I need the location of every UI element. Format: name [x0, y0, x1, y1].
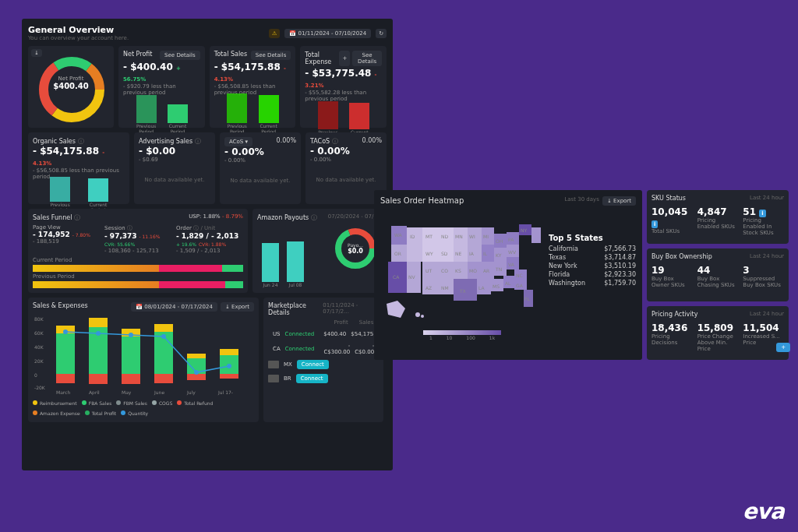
svg-text:MI: MI — [483, 234, 489, 239]
svg-rect-23 — [154, 324, 173, 332]
svg-text:MN: MN — [455, 234, 463, 239]
svg-text:LA: LA — [478, 285, 485, 291]
svg-text:ID: ID — [410, 234, 415, 239]
svg-text:AR: AR — [483, 268, 489, 273]
chevron-down-icon: ▾ — [245, 139, 249, 145]
svg-text:-20K: -20K — [34, 385, 46, 390]
svg-text:NE: NE — [455, 251, 461, 256]
svg-text:Jul 17-: Jul 17- — [217, 389, 233, 396]
see-details-button[interactable]: See Details — [352, 51, 382, 66]
info-icon[interactable]: ⓘ — [74, 214, 80, 221]
svg-text:WA: WA — [394, 232, 403, 238]
svg-text:WI: WI — [469, 234, 475, 239]
svg-text:40K: 40K — [34, 344, 44, 350]
svg-text:PA: PA — [508, 237, 514, 242]
info-icon[interactable]: ⓘ — [311, 214, 317, 221]
organic-sales-card: Organic Sales ⓘ - $54,175.88 - 4.13% - $… — [28, 132, 129, 204]
amazon-payouts-card: Amazon Payouts ⓘ 07/20/2024 - 07/... Jun… — [252, 209, 383, 293]
sales-expenses-card: Sales & Expenses 📅 08/01/2024 - 07/17/20… — [28, 298, 259, 422]
gauge-label: Net Profit — [28, 76, 114, 82]
sales-expenses-chart: 80K60K40K20K0-20K Amount MarchAprilMayJu… — [33, 312, 254, 397]
dashboard-panel: General Overview You can overview your a… — [22, 19, 393, 470]
svg-text:July: July — [186, 389, 196, 396]
svg-text:CO: CO — [441, 268, 448, 273]
svg-text:May: May — [122, 389, 132, 396]
flag-icon — [268, 361, 279, 368]
page-subtitle: You can overview your account here. — [28, 35, 129, 41]
svg-text:WV: WV — [508, 249, 517, 255]
export-button[interactable]: ⤓ Export — [221, 302, 254, 312]
info-icon[interactable]: ⓘ — [193, 225, 199, 231]
see-details-button[interactable]: See Details — [251, 51, 291, 60]
info-icon[interactable]: ⓘ — [195, 138, 201, 145]
svg-text:April: April — [89, 389, 100, 396]
calendar-icon: 📅 — [136, 304, 143, 310]
flag-icon — [268, 375, 279, 382]
connect-button[interactable]: Connect — [296, 374, 328, 383]
svg-text:WY: WY — [425, 251, 433, 256]
see-details-button[interactable]: See Details — [160, 51, 200, 60]
usa-map[interactable]: WA OR CA NV ID MT WY UT AZ ND SD CO NM M… — [380, 210, 544, 327]
svg-rect-30 — [220, 374, 238, 379]
brand-logo: eva — [743, 499, 784, 524]
svg-text:80K: 80K — [34, 316, 44, 322]
svg-text:GA: GA — [516, 283, 524, 288]
status-badge: Connected — [285, 346, 315, 352]
svg-text:60K: 60K — [34, 330, 44, 336]
page-title: General Overview — [28, 25, 129, 35]
calendar-icon: 📅 — [289, 30, 296, 37]
svg-text:March: March — [56, 389, 70, 395]
connect-button[interactable]: Connect — [297, 360, 329, 369]
plus-button[interactable]: + — [339, 51, 350, 66]
panel-header: General Overview You can overview your a… — [28, 25, 387, 41]
svg-rect-26 — [187, 354, 206, 358]
svg-rect-17 — [89, 318, 108, 327]
svg-text:KS: KS — [455, 268, 461, 273]
sales-funnel-card: Sales Funnel ⓘ USP: 1.88% - 8.79% Page V… — [28, 209, 248, 293]
svg-rect-15 — [56, 374, 75, 383]
status-badge: Connected — [285, 331, 315, 337]
svg-text:MT: MT — [425, 234, 433, 239]
add-button[interactable]: + — [776, 343, 790, 352]
warning-icon[interactable]: ⚠ — [269, 29, 280, 38]
download-icon[interactable]: ⤓ — [31, 49, 42, 57]
acos-dropdown[interactable]: ACoS ▾ — [224, 137, 252, 146]
svg-rect-27 — [187, 374, 206, 380]
advertising-sales-card: Advertising Sales ⓘ - $0.00 - $0.69 No d… — [134, 132, 215, 204]
total-expense-card: Total Expense + See Details - $53,775.48… — [300, 46, 387, 128]
svg-rect-13 — [56, 333, 75, 374]
svg-rect-53 — [407, 245, 422, 262]
sku-status-card: SKU StatusLast 24 hour 10,045 iTotal SKU… — [647, 190, 789, 244]
svg-text:TN: TN — [495, 266, 502, 272]
pricing-activity-card: Pricing ActivityLast 24 hour 18,436Prici… — [647, 306, 789, 360]
export-button[interactable]: ⤓ Export — [602, 196, 636, 206]
date-range-picker[interactable]: 📅 01/11/2024 - 07/10/2024 — [284, 29, 371, 38]
svg-text:20K: 20K — [34, 358, 44, 364]
svg-point-33 — [129, 333, 133, 337]
svg-text:ND: ND — [441, 234, 448, 239]
net-profit-card: Net Profit See Details - $400.40 + 56.75… — [118, 46, 205, 128]
svg-rect-21 — [122, 374, 140, 384]
badge-icon: i — [759, 210, 765, 217]
svg-rect-116 — [531, 227, 541, 243]
info-icon[interactable]: ⓘ — [78, 138, 84, 145]
marketplace-row: CAConnected-C$300.00-C$0.00- — [268, 343, 379, 355]
total-sales-card: Total Sales See Details - $54,175.88 - 4… — [210, 46, 296, 128]
svg-text:MS: MS — [493, 284, 500, 289]
refresh-button[interactable]: ↻ — [376, 29, 387, 38]
info-icon[interactable]: ⓘ — [332, 138, 338, 145]
svg-point-117 — [415, 312, 420, 317]
svg-point-35 — [194, 370, 199, 375]
date-range-picker[interactable]: 📅 08/01/2024 - 07/17/2024 — [131, 302, 217, 312]
heatmap-panel: Sales Order Heatmap Last 30 days ⤓ Expor… — [374, 190, 642, 360]
svg-text:0: 0 — [34, 372, 37, 378]
marketplace-row: MXConnect — [268, 360, 379, 369]
buybox-card: Buy Box OwnershipLast 24 hour 19Buy Box … — [647, 248, 789, 302]
info-icon[interactable]: ⓘ — [127, 225, 132, 231]
top-state-row: New York$3,510.19 — [549, 262, 636, 270]
svg-text:OH: OH — [496, 238, 503, 244]
svg-point-36 — [227, 364, 231, 368]
svg-text:VA: VA — [508, 262, 515, 267]
svg-text:NC: NC — [516, 273, 523, 278]
svg-text:OR: OR — [394, 251, 401, 256]
